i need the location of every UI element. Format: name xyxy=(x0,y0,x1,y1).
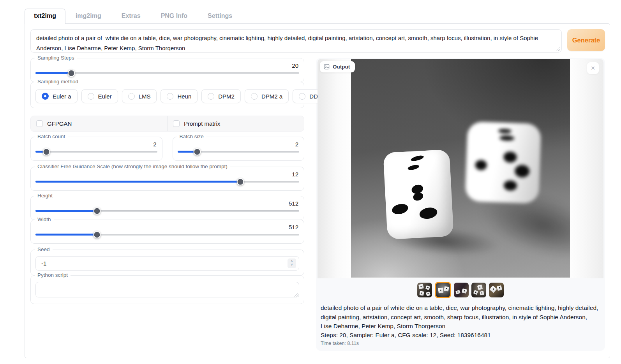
batch-count-label: Batch count xyxy=(35,134,68,139)
tab-extras[interactable]: Extras xyxy=(111,9,151,23)
settings-column: Sampling Steps 20 Sampling method xyxy=(30,58,304,351)
sampling-method-label: Sampling method xyxy=(35,79,81,84)
generation-info: detailed photo of a pair of white die on… xyxy=(318,298,603,346)
height-slider[interactable] xyxy=(35,207,299,215)
prompt-matrix-label: Prompt matrix xyxy=(184,120,220,127)
radio-lms[interactable]: LMS xyxy=(122,89,157,103)
sampling-method-group: Sampling method Euler a Euler xyxy=(30,82,304,108)
radio-euler-a[interactable]: Euler a xyxy=(35,89,78,103)
output-panel: Output × xyxy=(316,58,605,351)
txt2img-panel: detailed photo of a pair of white die on… xyxy=(25,23,610,358)
gallery-thumbnail-2-selected[interactable] xyxy=(435,282,451,298)
slider-fill xyxy=(35,234,97,236)
slider-knob[interactable] xyxy=(237,178,244,185)
output-title: Output xyxy=(333,64,350,70)
prompt-matrix-checkbox[interactable]: Prompt matrix xyxy=(167,116,304,131)
slider-fill xyxy=(35,210,97,212)
slider-knob[interactable] xyxy=(68,69,75,77)
image-icon xyxy=(324,64,330,70)
seed-input[interactable] xyxy=(41,260,288,267)
radio-label: Euler xyxy=(98,93,112,100)
gallery-thumbnails xyxy=(318,282,603,298)
radio-label: DPM2 a xyxy=(261,93,282,100)
cfg-scale-label: Classifier Free Guidance Scale (how stro… xyxy=(35,164,230,169)
close-icon[interactable]: × xyxy=(587,62,599,74)
tab-png-info[interactable]: PNG Info xyxy=(151,9,198,23)
checkbox-icon xyxy=(36,120,43,127)
radio-icon xyxy=(88,93,94,100)
app-window: txt2img img2img Extras PNG Info Settings… xyxy=(25,9,610,358)
python-script-input[interactable] xyxy=(35,282,299,297)
batch-count-value: 2 xyxy=(35,141,157,148)
caption-prompt: detailed photo of a pair of white die on… xyxy=(321,303,600,331)
radio-label: DPM2 xyxy=(218,93,235,100)
batch-size-group: Batch size 2 xyxy=(173,137,305,161)
sampling-steps-value: 20 xyxy=(35,62,299,69)
height-label: Height xyxy=(35,193,55,199)
tab-settings[interactable]: Settings xyxy=(198,9,242,23)
radio-icon xyxy=(208,93,214,100)
gfpgan-checkbox[interactable]: GFPGAN xyxy=(31,116,167,131)
seed-label: Seed xyxy=(35,246,53,252)
radio-dpm2-a[interactable]: DPM2 a xyxy=(245,89,289,103)
prompt-input[interactable]: detailed photo of a pair of white die on… xyxy=(31,30,561,51)
slider-knob[interactable] xyxy=(43,148,50,155)
gallery-thumbnail-5[interactable] xyxy=(489,283,504,297)
width-label: Width xyxy=(35,216,54,222)
seed-input-wrap: ˄ ˅ xyxy=(35,256,299,271)
slider-track[interactable] xyxy=(35,151,157,153)
number-spinner[interactable]: ˄ ˅ xyxy=(288,258,296,268)
python-script-label: Python script xyxy=(35,272,71,278)
sampling-steps-slider[interactable] xyxy=(35,69,299,77)
gallery-thumbnail-3[interactable] xyxy=(454,283,469,297)
radio-label: Heun xyxy=(177,93,191,100)
width-group: Width 512 xyxy=(30,220,304,244)
height-value: 512 xyxy=(35,200,299,207)
slider-knob[interactable] xyxy=(93,207,101,215)
prompt-textarea-wrap: detailed photo of a pair of white die on… xyxy=(30,29,562,53)
output-gallery: Output × xyxy=(318,59,603,278)
slider-knob[interactable] xyxy=(93,231,101,238)
die-right xyxy=(465,121,541,204)
radio-icon xyxy=(251,93,258,100)
radio-euler[interactable]: Euler xyxy=(81,89,118,103)
options-row: GFPGAN Prompt matrix xyxy=(30,116,304,132)
generated-image[interactable] xyxy=(351,59,570,278)
gfpgan-label: GFPGAN xyxy=(47,120,72,127)
batch-size-slider[interactable] xyxy=(178,148,300,156)
slider-fill xyxy=(35,181,240,183)
width-value: 512 xyxy=(35,224,299,230)
batch-size-value: 2 xyxy=(178,141,300,148)
sampling-method-options: Euler a Euler LMS xyxy=(35,89,299,103)
radio-label: LMS xyxy=(139,93,151,100)
radio-icon xyxy=(128,93,135,100)
height-group: Height 512 xyxy=(30,196,304,220)
gallery-thumbnail-4[interactable] xyxy=(471,283,486,297)
sampling-steps-label: Sampling Steps xyxy=(35,55,77,61)
batch-size-label: Batch size xyxy=(177,134,206,139)
radio-icon xyxy=(167,93,173,100)
radio-heun[interactable]: Heun xyxy=(161,89,198,103)
python-script-wrap xyxy=(35,282,299,299)
output-header: Output xyxy=(320,61,355,72)
cfg-scale-value: 12 xyxy=(35,171,299,178)
tab-txt2img[interactable]: txt2img xyxy=(25,9,65,24)
generate-button[interactable]: Generate xyxy=(567,29,605,51)
spinner-down-icon[interactable]: ˅ xyxy=(291,263,293,267)
checkbox-icon xyxy=(173,120,180,127)
slider-knob[interactable] xyxy=(193,148,201,155)
cfg-scale-slider[interactable] xyxy=(35,178,299,186)
caption-time-taken: Time taken: 8.11s xyxy=(321,341,600,346)
gallery-thumbnail-1[interactable] xyxy=(417,283,432,297)
batch-count-slider[interactable] xyxy=(35,148,157,156)
caption-params: Steps: 20, Sampler: Euler a, CFG scale: … xyxy=(321,332,600,339)
radio-selected-icon xyxy=(42,93,49,100)
prompt-row: detailed photo of a pair of white die on… xyxy=(30,29,605,53)
tab-bar: txt2img img2img Extras PNG Info Settings xyxy=(25,9,610,23)
tab-img2img[interactable]: img2img xyxy=(65,9,111,23)
radio-dpm2[interactable]: DPM2 xyxy=(201,89,241,103)
width-slider[interactable] xyxy=(35,231,299,239)
radio-label: Euler a xyxy=(53,93,71,100)
batch-count-group: Batch count 2 xyxy=(30,137,162,161)
python-script-group: Python script xyxy=(30,275,304,304)
